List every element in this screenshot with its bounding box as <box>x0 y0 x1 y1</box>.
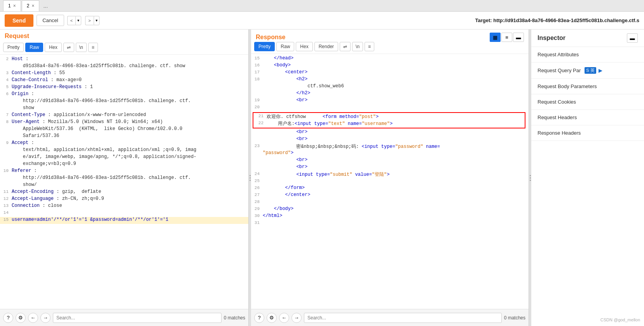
view-list-button[interactable]: ≡ <box>501 33 512 42</box>
response-bottom-bar: ? ⚙ ← → 0 matches <box>251 309 529 326</box>
send-button[interactable]: Send <box>5 14 33 27</box>
request-line-6: 6 Origin : <box>0 91 248 98</box>
view-compact-button[interactable]: ▬ <box>513 33 524 42</box>
inspector-header: Inspector ▬ <box>531 29 644 47</box>
inspector-request-cookies[interactable]: Request Cookies <box>531 94 644 110</box>
tab-more[interactable]: ... <box>40 1 51 10</box>
response-settings-button[interactable]: ⚙ <box>267 313 277 323</box>
request-line-2b: d91d38a4-8a76-4966-83ea-1d25ff5c081b. ch… <box>0 63 248 70</box>
response-line-18b: ctf.show_web6 <box>251 83 529 90</box>
inspector-request-body-params[interactable]: Request Body Parameters <box>531 79 644 94</box>
question-icon: ? <box>7 315 9 321</box>
request-newline-icon[interactable]: \n <box>76 43 87 52</box>
nav-back-group: < ▾ <box>67 16 81 25</box>
nav-back-button[interactable]: < <box>67 16 75 25</box>
response-line-26: 26 </form> <box>251 185 529 192</box>
request-line-10c: show/ <box>0 182 248 189</box>
request-line-9d: exchange;v=b3;q=0.9 <box>0 161 248 168</box>
nav-forward-dropdown[interactable]: ▾ <box>94 16 99 25</box>
response-line-21: 21 欢迎你. ctfshow <form method="post"> <box>255 113 523 120</box>
request-settings-button[interactable]: ⚙ <box>16 313 26 323</box>
inspector-panel: Inspector ▬ Request Attributes Request Q… <box>531 29 644 326</box>
request-back-button[interactable]: ← <box>28 313 38 323</box>
inspector-request-attributes[interactable]: Request Attributes <box>531 47 644 62</box>
inspector-response-headers[interactable]: Response Headers <box>531 125 644 141</box>
response-line-18c: </h2> <box>251 90 529 97</box>
request-panel-header: Request <box>0 29 248 43</box>
response-line-17: 17 <center> <box>251 69 529 76</box>
request-line-9b: text/html, application/xhtml+xml, applic… <box>0 147 248 154</box>
request-menu-icon[interactable]: ≡ <box>88 43 98 52</box>
request-line-8c: Safari/537.36 <box>0 133 248 140</box>
request-fmt-pretty[interactable]: Pretty <box>3 43 24 52</box>
request-forward-button[interactable]: → <box>40 313 51 323</box>
request-line-13: 13 Connection : close <box>0 203 248 210</box>
response-fmt-render[interactable]: Render <box>314 42 338 51</box>
response-fmt-hex[interactable]: Hex <box>296 42 312 51</box>
response-help-button[interactable]: ? <box>254 313 264 323</box>
tab-2[interactable]: 2 × <box>22 0 40 11</box>
request-help-button[interactable]: ? <box>3 313 13 323</box>
response-line-31: 31 <box>251 220 529 227</box>
tab-1-close[interactable]: × <box>13 3 16 9</box>
tab-1-label: 1 <box>8 3 11 9</box>
inspector-request-query-params[interactable]: Request Query Par S 英 ▶ <box>531 62 644 79</box>
response-search-input[interactable] <box>304 313 502 323</box>
request-code-area[interactable]: 2 Host : d91d38a4-8a76-4966-83ea-1d25ff5… <box>0 55 248 309</box>
request-line-10b: http://d91d38a4-8a76-4966-83ea-1d25ff5c0… <box>0 175 248 182</box>
request-line-3: 3 Content-Length : 55 <box>0 70 248 77</box>
response-line-28: 28 <box>251 199 529 206</box>
request-line-7: 7 Content-Type : application/x-www-form-… <box>0 112 248 119</box>
response-forward-button[interactable]: → <box>291 313 302 323</box>
request-wrap-icon[interactable]: ⇌ <box>63 43 74 52</box>
tab-2-close[interactable]: × <box>31 3 34 9</box>
request-fmt-hex[interactable]: Hex <box>45 43 61 52</box>
nav-back-dropdown[interactable]: ▾ <box>75 16 81 25</box>
response-line-23b: "password"> <box>251 150 529 157</box>
request-matches-text: 0 matches <box>224 315 245 321</box>
response-line-16: 16 <body> <box>251 62 529 69</box>
response-code-area[interactable]: 15 </head> 16 <body> 17 <center> 18 <h2> <box>251 54 529 309</box>
response-line-23d: <br> <box>251 164 529 171</box>
request-panel: Request Pretty Raw Hex ⇌ \n ≡ 2 Host : d… <box>0 29 249 326</box>
gear-icon: ⚙ <box>18 315 23 321</box>
response-menu-icon[interactable]: ≡ <box>365 42 374 51</box>
response-line-22: 22 用户名:<input type="text" name="username… <box>255 120 523 127</box>
request-line-9c: e/avif, image/webp, image/apng, */*;q=0.… <box>0 154 248 161</box>
request-line-6b: http://d91d38a4-8a76-4966-83ea-1d25ff5c0… <box>0 98 248 105</box>
request-line-14: 14 <box>0 210 248 217</box>
response-gear-icon: ⚙ <box>269 315 274 321</box>
response-arrow-left-icon: ← <box>282 315 287 321</box>
cancel-button[interactable]: Cancel <box>37 15 64 26</box>
list-icon: ≡ <box>505 35 508 40</box>
inspector-view-toggle[interactable]: ▬ <box>627 33 638 43</box>
response-fmt-pretty[interactable]: Pretty <box>254 42 275 51</box>
request-search-input[interactable] <box>53 313 222 323</box>
response-fmt-raw[interactable]: Raw <box>276 42 294 51</box>
request-line-10: 10 Referer : <box>0 168 248 175</box>
tab-1[interactable]: 1 × <box>3 0 21 11</box>
arrow-right-icon: → <box>43 315 48 321</box>
request-line-15: 15 username=admin'/**/or'1'='1 &password… <box>0 217 248 224</box>
response-back-button[interactable]: ← <box>279 313 289 323</box>
request-line-2: 2 Host : <box>0 56 248 63</box>
main-content: Request Pretty Raw Hex ⇌ \n ≡ 2 Host : d… <box>0 29 644 326</box>
request-line-5: 5 Upgrade-Insecure-Requests : 1 <box>0 84 248 91</box>
response-wrap-icon[interactable]: ⇌ <box>340 42 351 51</box>
response-line-24: 24 <input type="submit" value="登陆"> <box>251 171 529 178</box>
inspector-title: Inspector <box>538 35 565 42</box>
tab-2-label: 2 <box>27 3 30 9</box>
request-fmt-raw[interactable]: Raw <box>25 43 43 52</box>
view-grid-button[interactable]: ▦ <box>490 33 501 42</box>
request-line-9: 9 Accept : <box>0 140 248 147</box>
response-newline-icon[interactable]: \n <box>352 42 363 51</box>
tabs-bar: 1 × 2 × ... <box>0 0 644 12</box>
response-question-icon: ? <box>258 315 260 321</box>
response-panel: Response ▦ ≡ ▬ Pretty Raw Hex Render ⇌ \… <box>251 29 529 326</box>
inspector-request-headers[interactable]: Request Headers <box>531 110 644 125</box>
response-line-30: 30 </html> <box>251 213 529 220</box>
nav-forward-button[interactable]: > <box>85 16 93 25</box>
response-line-29: 29 </body> <box>251 206 529 213</box>
response-line-18: 18 <h2> <box>251 76 529 83</box>
response-line-23: 23 密&nbsp;&nbsp;&nbsp;码: <input type="pa… <box>251 143 529 150</box>
